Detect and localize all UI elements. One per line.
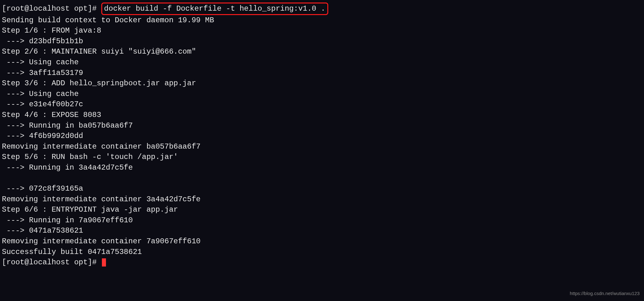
terminal-output-line: ---> 072c8f39165a [2, 183, 642, 194]
terminal-output-line: ---> e31e4f00b27c [2, 99, 642, 110]
highlighted-command: docker build -f Dockerfile -t hello_spri… [101, 3, 328, 15]
terminal-output-line [2, 173, 642, 184]
terminal-command-line: [root@localhost opt]# docker build -f Do… [2, 3, 642, 15]
terminal-output-line: ---> 4f6b9992d0dd [2, 131, 642, 141]
terminal-output-line: Removing intermediate container 3a4a42d7… [2, 194, 642, 205]
terminal-output-line: ---> Using cache [2, 57, 642, 68]
terminal-output-line: Step 6/6 : ENTRYPOINT java -jar app.jar [2, 204, 642, 215]
shell-prompt: [root@localhost opt]# [2, 258, 101, 267]
terminal-output-line: ---> Running in 3a4a42d7c5fe [2, 162, 642, 173]
watermark-text: https://blog.csdn.net/wutianxu123 [570, 290, 640, 297]
terminal-prompt-line[interactable]: [root@localhost opt]# [2, 257, 642, 268]
terminal-output-line: Successfully built 0471a7538621 [2, 247, 642, 257]
terminal-output-line: ---> Using cache [2, 89, 642, 99]
terminal-output-line: Removing intermediate container ba057b6a… [2, 141, 642, 152]
terminal-output-line: ---> d23bdf5b1b1b [2, 36, 642, 47]
terminal-output-line: Step 5/6 : RUN bash -c 'touch /app.jar' [2, 152, 642, 162]
terminal-output-line: ---> 0471a7538621 [2, 225, 642, 236]
terminal-output-line: Step 1/6 : FROM java:8 [2, 25, 642, 36]
terminal-output-line: ---> Running in ba057b6aa6f7 [2, 120, 642, 131]
cursor-icon [102, 258, 106, 267]
terminal-output-line: Step 2/6 : MAINTAINER suiyi "suiyi@666.c… [2, 46, 642, 57]
terminal-output-line: Sending build context to Docker daemon 1… [2, 15, 642, 26]
terminal-output-line: Step 3/6 : ADD hello_springboot.jar app.… [2, 78, 642, 89]
terminal-output-line: ---> 3aff11a53179 [2, 68, 642, 78]
terminal-output-line: Removing intermediate container 7a9067ef… [2, 236, 642, 247]
shell-prompt: [root@localhost opt]# [2, 4, 101, 13]
terminal-output-line: ---> Running in 7a9067eff610 [2, 215, 642, 226]
terminal-output-line: Step 4/6 : EXPOSE 8083 [2, 110, 642, 120]
